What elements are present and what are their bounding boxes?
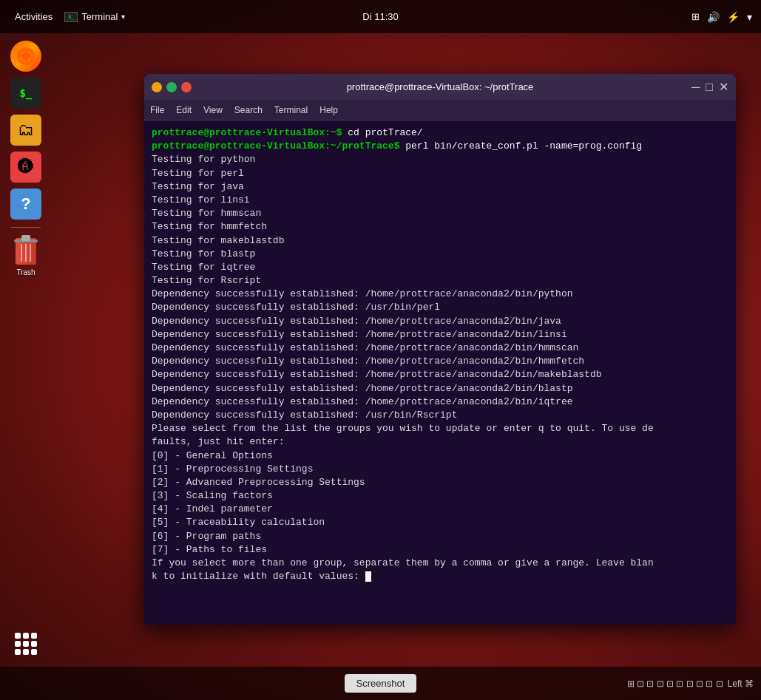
output-line-29: [6] - Program paths (152, 530, 728, 543)
output-line-23: [0] - General Options (152, 449, 728, 463)
output-line-5: Testing for hmmfetch (152, 220, 728, 234)
output-line-32: k to initialize with default values: (152, 570, 728, 583)
dock-item-appgrid[interactable] (10, 628, 41, 659)
activities-button[interactable]: Activities (9, 8, 58, 25)
keyboard-layout[interactable]: Left ⌘ (728, 679, 754, 689)
output-line-3: Testing for linsi (152, 194, 728, 207)
topbar-left: Activities $_ Terminal ▾ (9, 8, 125, 25)
terminal-cursor (365, 571, 371, 582)
output-line-26: [3] - Scaling factors (152, 489, 728, 503)
titlebar-minimize-icon[interactable]: ─ (691, 81, 700, 94)
terminal-app-label: Terminal (81, 11, 118, 22)
terminal-dock-icon: $_ (10, 78, 41, 109)
output-line-19: Dependency successfully established: /us… (152, 409, 728, 422)
menu-view[interactable]: View (203, 105, 223, 115)
dock-separator (11, 227, 41, 228)
output-line-0: Testing for python (152, 153, 728, 166)
terminal-window: prottrace@prottrace-VirtualBox: ~/protTr… (144, 74, 736, 625)
output-line-9: Testing for Rscript (152, 274, 728, 288)
output-line-30: [7] - Paths to files (152, 543, 728, 557)
dock-item-trash[interactable]: Trash (10, 235, 41, 276)
help-dock-icon: ? (10, 188, 41, 220)
terminal-title: prottrace@prottrace-VirtualBox: ~/protTr… (347, 81, 534, 92)
output-line-17: Dependency successfully established: /ho… (152, 382, 728, 395)
desktop: Activities $_ Terminal ▾ Di 11:30 ⊞ 🔊 ⚡ … (0, 0, 761, 700)
terminal-titlebar: prottrace@prottrace-VirtualBox: ~/protTr… (144, 74, 736, 100)
close-button[interactable] (181, 82, 192, 92)
dock-item-help[interactable]: ? (10, 188, 41, 220)
dock-item-files[interactable]: 🗂 (10, 115, 41, 146)
terminal-line-2: prottrace@prottrace-VirtualBox:~/protTra… (152, 140, 728, 153)
maximize-button[interactable] (166, 82, 177, 92)
output-line-24: [1] - Preprocessing Settings (152, 463, 728, 476)
output-line-13: Dependency successfully established: /ho… (152, 328, 728, 341)
bottombar-right: ⊞ ⊡ ⊡ ⊡ ⊡ ⊡ ⊡ ⊡ ⊡ ⊡ Left ⌘ (627, 679, 754, 689)
software-dock-icon: 🅐 (10, 152, 41, 183)
tray-icons: ⊞ ⊡ ⊡ ⊡ ⊡ ⊡ ⊡ ⊡ ⊡ ⊡ (627, 679, 723, 689)
network-icon[interactable]: ⊞ (691, 11, 700, 22)
output-line-31: If you select more than one group, separ… (152, 557, 728, 570)
trash-icon (10, 235, 41, 266)
screenshot-button[interactable]: Screenshot (345, 674, 417, 693)
prompt-1: prottrace@prottrace-VirtualBox:~$ (152, 127, 342, 138)
output-line-1: Testing for perl (152, 167, 728, 180)
output-line-12: Dependency successfully established: /ho… (152, 315, 728, 328)
settings-icon[interactable]: ▾ (747, 11, 752, 23)
menu-search[interactable]: Search (234, 105, 263, 115)
output-line-27: [4] - Indel parameter (152, 503, 728, 516)
output-line-22: faults, just hit enter: (152, 435, 728, 449)
cmd-1: cd protTrace/ (342, 127, 422, 138)
svg-rect-5 (21, 235, 30, 241)
files-dock-icon: 🗂 (10, 115, 41, 146)
output-line-2: Testing for java (152, 180, 728, 194)
cmd-2: perl bin/create_conf.pl -name=prog.confi… (399, 140, 642, 152)
dock-item-terminal[interactable]: $_ (10, 78, 41, 109)
output-line-14: Dependency successfully established: /ho… (152, 341, 728, 355)
titlebar-close-icon[interactable]: ✕ (719, 80, 728, 94)
output-line-21: Please select from the list the groups y… (152, 422, 728, 435)
terminal-small-icon: $_ (64, 12, 78, 22)
output-line-7: Testing for blastp (152, 248, 728, 261)
firefox-icon (10, 41, 41, 72)
output-line-4: Testing for hmmscan (152, 207, 728, 220)
volume-icon[interactable]: 🔊 (707, 11, 720, 23)
menu-terminal[interactable]: Terminal (274, 105, 308, 115)
terminal-dropdown-icon: ▾ (121, 13, 125, 21)
output-line-18: Dependency successfully established: /ho… (152, 395, 728, 409)
titlebar-controls (152, 82, 192, 92)
terminal-app-indicator[interactable]: $_ Terminal ▾ (64, 11, 125, 22)
output-line-10: Dependency successfully established: /ho… (152, 288, 728, 301)
system-tray: ⊞ 🔊 ⚡ ▾ (691, 11, 752, 23)
minimize-button[interactable] (152, 82, 162, 92)
output-line-16: Dependency successfully established: /ho… (152, 368, 728, 381)
titlebar-right: ─ □ ✕ (691, 80, 728, 94)
titlebar-restore-icon[interactable]: □ (706, 81, 713, 94)
app-grid-icon (10, 628, 41, 659)
menu-help[interactable]: Help (319, 105, 338, 115)
output-line-28: [5] - Traceability calculation (152, 516, 728, 529)
terminal-line-1: prottrace@prottrace-VirtualBox:~$ cd pro… (152, 126, 728, 140)
menu-file[interactable]: File (150, 105, 164, 115)
terminal-menubar: File Edit View Search Terminal Help (144, 100, 736, 120)
output-line-25: [2] - Advanced Preprocessing Settings (152, 476, 728, 489)
trash-label: Trash (16, 268, 35, 276)
menu-edit[interactable]: Edit (176, 105, 192, 115)
dock: $_ 🗂 🅐 ? (0, 33, 52, 667)
power-icon[interactable]: ⚡ (727, 11, 740, 23)
bottombar: Screenshot ⊞ ⊡ ⊡ ⊡ ⊡ ⊡ ⊡ ⊡ ⊡ ⊡ Left ⌘ (0, 667, 761, 700)
output-line-15: Dependency successfully established: /ho… (152, 355, 728, 368)
output-line-11: Dependency successfully established: /us… (152, 301, 728, 314)
terminal-output: Testing for pythonTesting for perlTestin… (152, 153, 728, 583)
topbar: Activities $_ Terminal ▾ Di 11:30 ⊞ 🔊 ⚡ … (0, 0, 761, 33)
output-line-6: Testing for makeblastdb (152, 234, 728, 248)
prompt-2: prottrace@prottrace-VirtualBox:~/protTra… (152, 140, 399, 152)
output-line-8: Testing for iqtree (152, 261, 728, 274)
topbar-datetime: Di 11:30 (362, 11, 398, 22)
dock-item-firefox[interactable] (10, 41, 41, 72)
terminal-body[interactable]: prottrace@prottrace-VirtualBox:~$ cd pro… (144, 120, 736, 625)
dock-item-software[interactable]: 🅐 (10, 152, 41, 183)
